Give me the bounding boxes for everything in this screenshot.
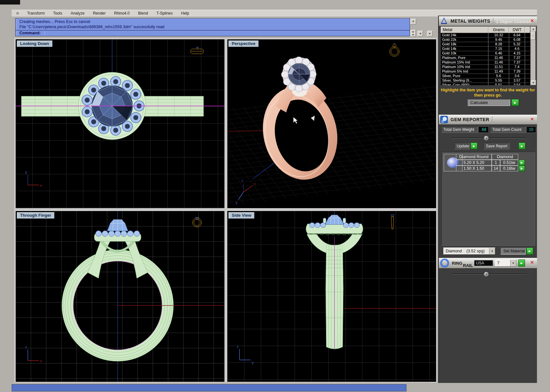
- viewport-through-finger[interactable]: Through Finger: [15, 211, 225, 382]
- table-row[interactable]: Platinum, Pure11.467.37: [441, 56, 530, 60]
- gem-row-weight: 0.18tw: [500, 166, 518, 171]
- menu-item-blend[interactable]: Blend: [134, 10, 152, 16]
- save-report-button[interactable]: Save Report: [484, 143, 509, 149]
- table-row[interactable]: Platinum 10% Irid11.517.4: [441, 65, 530, 69]
- set-material-go-icon[interactable]: ▶: [526, 248, 533, 255]
- chevron-down-icon[interactable]: ▼: [489, 248, 495, 254]
- viewport-label-looking-down[interactable]: Looking Down: [17, 40, 53, 47]
- close-icon[interactable]: ✕: [529, 18, 535, 24]
- header-divider: [493, 18, 493, 24]
- close-icon[interactable]: ✕: [529, 116, 535, 122]
- axis-indicator: z x: [25, 345, 42, 363]
- command-history-line: Creating meshes... Press Esc to cancel: [19, 19, 90, 24]
- column-header-dwt[interactable]: DWT: [509, 27, 525, 33]
- set-material-button[interactable]: Set Material: [500, 248, 526, 255]
- ring-size-value: 7: [495, 261, 499, 265]
- command-grip[interactable]: [16, 18, 18, 36]
- chevron-down-icon[interactable]: ▼: [510, 260, 516, 266]
- svg-text:z: z: [237, 344, 239, 348]
- gem-slider-handle[interactable]: ▲: [484, 135, 489, 141]
- gem-row-go-icon[interactable]: ▶: [519, 160, 525, 166]
- menu-item-tools[interactable]: Tools: [49, 10, 66, 16]
- viewport-side-view[interactable]: Side View: [227, 211, 437, 382]
- table-row[interactable]: Gold 14k7.154.6: [441, 47, 530, 51]
- command-history-panel[interactable]: Creating meshes... Press Esc to cancel F…: [15, 18, 410, 36]
- ring-size-dropdown[interactable]: 7 ▼: [495, 259, 516, 267]
- ring-side-glyph-icon: [191, 46, 204, 54]
- command-spin-down-button[interactable]: ▼: [410, 33, 416, 37]
- gem-row-count: 14: [492, 166, 500, 171]
- menu-item-transform[interactable]: Transform: [23, 10, 49, 16]
- metal-weights-table: Metal Grams DWT Gold 24k10.326.64 Gold 2…: [441, 27, 530, 85]
- ring-rail-title-line2: RAIL: [463, 263, 473, 268]
- column-header-metal[interactable]: Metal: [441, 27, 488, 33]
- viewport-label-perspective[interactable]: Perspective: [228, 40, 259, 47]
- ring-front-glyph-icon: [193, 217, 202, 227]
- gem-reporter-icon: [440, 116, 448, 123]
- ring-perspective-glyph-icon: [390, 44, 399, 56]
- scroll-thumb[interactable]: ≡: [531, 31, 535, 40]
- command-scroll-left-button[interactable]: ◄: [417, 31, 423, 37]
- viewport-looking-down[interactable]: Looking Down: [15, 39, 225, 209]
- gem-row-size[interactable]: 5.20 X 5.20: [456, 160, 492, 166]
- gem-row-count: 1: [492, 160, 500, 166]
- svg-text:y: y: [236, 201, 238, 204]
- save-report-go-icon[interactable]: ▶: [519, 143, 525, 149]
- table-row[interactable]: Gold 18k8.285.32: [441, 42, 530, 47]
- table-row[interactable]: Gold 10k6.464.15: [441, 51, 530, 56]
- ring-rail-title-line1: RING: [452, 261, 462, 266]
- viewport-perspective[interactable]: Perspective: [227, 39, 437, 209]
- gem-row-size[interactable]: 1.50 X 1.50: [456, 166, 492, 171]
- table-row[interactable]: Gold 22k9.456.08: [441, 38, 530, 42]
- scroll-down-icon[interactable]: ▼: [531, 80, 536, 85]
- menu-item-help[interactable]: Help: [177, 10, 193, 16]
- gem-row-weight: 0.51tw: [500, 160, 518, 166]
- column-header-grams[interactable]: Grams: [488, 27, 509, 33]
- table-row[interactable]: Silver, Coin (900)5.513.54: [441, 83, 530, 85]
- material-dropdown[interactable]: Diamond (3.52 spg) ▼: [443, 248, 495, 255]
- update-go-icon[interactable]: ▶: [471, 143, 477, 149]
- command-input[interactable]: [45, 31, 382, 35]
- menu-item-analyze[interactable]: Analyze: [66, 10, 89, 16]
- table-row[interactable]: Platinum 5% Irid11.497.39: [441, 69, 530, 74]
- metal-weights-header: METAL WEIGHTS 1 Object Checked ✕: [439, 16, 537, 26]
- gem-slider-track[interactable]: [452, 137, 526, 138]
- ring-rail-go-icon[interactable]: ▶: [518, 259, 525, 267]
- total-gem-count-label: Total Gem Count: [490, 126, 526, 133]
- ring-rail-slider-handle[interactable]: ▼: [484, 271, 489, 277]
- table-row[interactable]: Gold 24k10.326.64: [441, 33, 530, 38]
- update-button[interactable]: Update: [454, 143, 470, 149]
- table-row[interactable]: Silver, Sterling (9...5.553.57: [441, 78, 530, 83]
- ring-size-region-field[interactable]: USA: [474, 260, 493, 266]
- menu-item-rhino40[interactable]: Rhino4.0: [110, 10, 134, 16]
- metal-table-scrollbar[interactable]: ▲ ≡ ▼: [531, 27, 535, 85]
- menu-item-tsplines[interactable]: T-Splines: [152, 10, 177, 16]
- total-gem-weight-value: .68: [478, 126, 489, 133]
- column-header-empty: [525, 27, 530, 33]
- table-row[interactable]: Silver, Pure5.63.6: [441, 74, 530, 78]
- calculate-go-icon[interactable]: ▶: [511, 99, 519, 106]
- perspective-ring-render: x y z: [227, 39, 436, 208]
- command-dropdown-button[interactable]: ▼: [410, 19, 416, 25]
- table-row[interactable]: Platinum 15% Irid11.467.37: [441, 60, 530, 65]
- ring-icon: [440, 259, 449, 268]
- scroll-up-icon[interactable]: ▲: [531, 27, 536, 31]
- header-divider: [492, 116, 492, 123]
- svg-text:z: z: [25, 345, 27, 349]
- menu-item-truncated[interactable]: n: [12, 10, 23, 16]
- viewport-label-side-view[interactable]: Side View: [228, 212, 254, 219]
- side-panel: METAL WEIGHTS 1 Object Checked ✕ Metal G…: [438, 16, 537, 383]
- gem-row-go-icon[interactable]: ▶: [519, 166, 525, 171]
- through-finger-ring-drawing: z x: [16, 211, 225, 382]
- menu-item-render[interactable]: Render: [89, 10, 110, 16]
- close-icon[interactable]: ✕: [529, 259, 535, 265]
- ring-rail-slider-track[interactable]: [452, 273, 526, 274]
- viewport-label-through-finger[interactable]: Through Finger: [17, 212, 54, 219]
- calculate-button[interactable]: Calculate: [467, 99, 510, 106]
- total-gem-weight-label: Total Gem Weight: [441, 126, 478, 133]
- gem-reporter-title: GEM REPORTER: [451, 117, 489, 122]
- gem-list-area: Diamond Round Diamond 5.20 X 5.20 1 0.51…: [441, 152, 535, 246]
- command-scroll-right-button[interactable]: ►: [427, 31, 433, 37]
- command-history-line: File "C:\Users\jelena.pecic\Downloads\68…: [19, 25, 164, 29]
- svg-text:y: y: [252, 361, 254, 364]
